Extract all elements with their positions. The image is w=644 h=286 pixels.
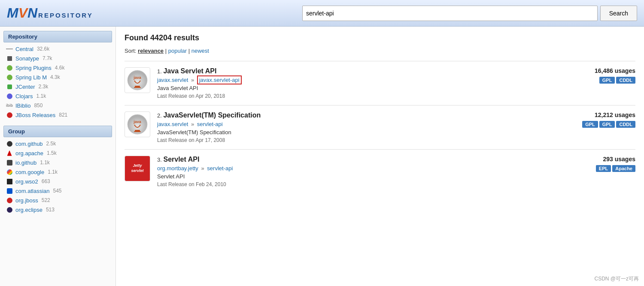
sidebar-link-io-github[interactable]: io.github xyxy=(15,160,36,166)
logo-m: M xyxy=(7,5,18,21)
jetty-logo-text: Jettyservlet xyxy=(129,162,145,175)
result-badges-2: GPL GPL CDDL xyxy=(582,121,635,128)
result-badges-3: EPL Apache xyxy=(596,165,635,172)
badge-gpl-2a: GPL xyxy=(582,121,598,128)
sidebar-link-jboss-releases[interactable]: JBoss Releases xyxy=(15,112,55,118)
sidebar-link-com-atlassian[interactable]: com.atlassian xyxy=(15,188,49,194)
atlassian-icon xyxy=(6,187,13,194)
sidebar-item-central[interactable]: — Central 32.6k xyxy=(0,44,115,54)
result-desc-1: Java Servlet API xyxy=(157,85,568,91)
sidebar-repository-title: Repository xyxy=(3,31,112,42)
sidebar-item-spring-plugins[interactable]: Spring Plugins 4.6k xyxy=(0,63,115,72)
sort-bar: Sort: relevance | popular | newest xyxy=(125,48,635,54)
header: MVN REPOSITORY Search xyxy=(0,0,644,27)
sidebar-count-com-github: 2.5k xyxy=(46,141,56,147)
sidebar-link-clojars[interactable]: Clojars xyxy=(15,93,33,99)
sidebar-link-org-apache[interactable]: org.apache xyxy=(15,150,43,157)
sidebar-link-sonatype[interactable]: Sonatype xyxy=(15,55,39,62)
sidebar: Repository — Central 32.6k Sonatype 7.7k… xyxy=(0,27,116,286)
spring-plugins-icon xyxy=(6,64,13,71)
sidebar-item-ibiblio[interactable]: ibib IBiblio 850 xyxy=(0,101,115,110)
search-input[interactable] xyxy=(302,6,598,21)
badge-gpl-1: GPL xyxy=(599,77,615,84)
sidebar-item-clojars[interactable]: Clojars 1.1k xyxy=(0,91,115,101)
result-meta-2: 12,212 usages GPL GPL CDDL xyxy=(575,111,635,128)
sidebar-item-com-github[interactable]: com.github 2.5k xyxy=(0,139,115,148)
result-title-2: JavaServlet(TM) Specification xyxy=(163,111,261,119)
sidebar-link-org-wso2[interactable]: org.wso2 xyxy=(15,178,38,185)
sidebar-count-io-github: 1.1k xyxy=(40,160,50,166)
sidebar-item-org-apache[interactable]: org.apache 1.5k xyxy=(0,148,115,158)
svg-text:java: java xyxy=(133,120,142,124)
result-number-3: 3. xyxy=(157,157,163,163)
sidebar-link-ibiblio[interactable]: IBiblio xyxy=(15,102,30,109)
result-title-row-3: 3. Servlet API xyxy=(157,156,568,163)
sidebar-item-com-atlassian[interactable]: com.atlassian 545 xyxy=(0,186,115,196)
sort-newest[interactable]: newest xyxy=(191,48,209,54)
watermark: CSDN @可一z可再 xyxy=(594,275,639,283)
result-title-3: Servlet API xyxy=(163,156,199,163)
result-desc-2: JavaServlet(TM) Specification xyxy=(157,129,568,135)
sidebar-count-clojars: 1.1k xyxy=(36,93,46,99)
result-groupid-link-2[interactable]: javax.servlet xyxy=(157,121,188,127)
logo-repo: REPOSITORY xyxy=(38,12,93,21)
result-artifactid-link-2[interactable]: servlet-api xyxy=(197,121,223,127)
result-title-row-1: 1. Java Servlet API xyxy=(157,67,568,75)
result-sep-1: » xyxy=(191,77,196,83)
result-artifactid-link-1[interactable]: javax.servlet-api xyxy=(197,75,242,84)
svg-rect-7 xyxy=(134,131,141,132)
sidebar-link-org-eclipse[interactable]: org.eclipse xyxy=(15,207,43,213)
result-groupid-link-1[interactable]: javax.servlet xyxy=(157,77,188,83)
svg-rect-6 xyxy=(135,130,140,131)
sidebar-link-org-jboss[interactable]: org.jboss xyxy=(15,197,38,204)
sidebar-count-org-eclipse: 513 xyxy=(46,207,55,213)
result-meta-1: 16,486 usages GPL CDDL xyxy=(575,67,635,84)
badge-gpl-2b: GPL xyxy=(599,121,615,128)
result-groupid-link-3[interactable]: org.mortbay.jetty xyxy=(157,165,198,172)
sidebar-item-org-wso2[interactable]: org.wso2 663 xyxy=(0,177,115,186)
sidebar-link-com-github[interactable]: com.github xyxy=(15,141,43,147)
badge-epl-3: EPL xyxy=(596,165,611,172)
svg-rect-2 xyxy=(135,86,140,87)
result-release-2: Last Release on Apr 17, 2008 xyxy=(157,137,568,143)
sidebar-item-jcenter[interactable]: JCenter 2.3k xyxy=(0,82,115,91)
sort-relevance[interactable]: relevance xyxy=(138,48,164,54)
sidebar-link-central[interactable]: Central xyxy=(15,46,33,52)
sort-label: Sort: xyxy=(125,48,136,54)
sidebar-link-jcenter[interactable]: JCenter xyxy=(15,84,35,90)
sidebar-count-jcenter: 2.3k xyxy=(39,84,49,90)
jcenter-icon xyxy=(6,83,13,90)
sidebar-item-org-eclipse[interactable]: org.eclipse 513 xyxy=(0,205,115,214)
sort-popular[interactable]: popular xyxy=(168,48,187,54)
result-card-2: java 2. JavaServlet(TM) Specification ja… xyxy=(125,105,635,149)
apache-icon xyxy=(6,150,13,157)
sidebar-item-spring-lib[interactable]: Spring Lib M 4.3k xyxy=(0,72,115,82)
result-number-1: 1. xyxy=(157,68,163,75)
sidebar-item-com-google[interactable]: com.google 1.1k xyxy=(0,167,115,177)
jboss-releases-icon xyxy=(6,111,13,118)
sidebar-count-com-atlassian: 545 xyxy=(53,188,61,194)
sidebar-count-central: 32.6k xyxy=(37,46,49,52)
result-coords-2: javax.servlet » servlet-api xyxy=(157,121,568,127)
results-header: Found 44204 results xyxy=(125,33,635,42)
search-button[interactable]: Search xyxy=(600,6,637,21)
result-sep-3: » xyxy=(201,165,206,172)
sidebar-link-spring-plugins[interactable]: Spring Plugins xyxy=(15,65,52,71)
sort-sep-1: | xyxy=(165,48,168,54)
badge-apache-3: Apache xyxy=(612,165,635,172)
sidebar-item-sonatype[interactable]: Sonatype 7.7k xyxy=(0,54,115,63)
search-bar: Search xyxy=(302,6,637,21)
sidebar-item-jboss-releases[interactable]: JBoss Releases 821 xyxy=(0,110,115,120)
badge-cddl-2: CDDL xyxy=(616,121,635,128)
sidebar-link-spring-lib[interactable]: Spring Lib M xyxy=(15,74,47,81)
sidebar-count-ibiblio: 850 xyxy=(34,102,43,108)
result-artifactid-link-3[interactable]: servlet-api xyxy=(207,165,233,172)
sidebar-count-jboss-releases: 821 xyxy=(59,112,67,118)
logo: MVN REPOSITORY xyxy=(7,5,93,21)
result-content-3: 3. Servlet API org.mortbay.jetty » servl… xyxy=(157,156,568,187)
org-jboss-icon xyxy=(6,197,13,204)
sidebar-link-com-google[interactable]: com.google xyxy=(15,169,44,175)
sidebar-item-org-jboss[interactable]: org.jboss 522 xyxy=(0,196,115,205)
sidebar-count-org-apache: 1.5k xyxy=(47,150,57,156)
sidebar-item-io-github[interactable]: io.github 1.1k xyxy=(0,158,115,167)
